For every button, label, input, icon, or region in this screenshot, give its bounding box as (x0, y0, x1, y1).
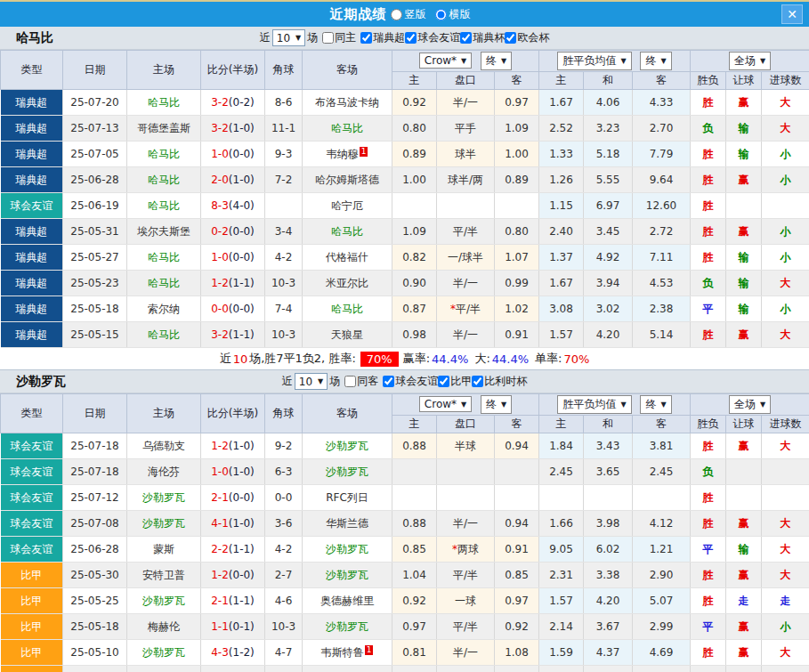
league-checkbox[interactable] (438, 376, 449, 387)
score-cell: 1-0(0-0) (201, 245, 265, 271)
away-odds-cell (495, 459, 539, 485)
mean-home-cell: 2.40 (539, 219, 584, 245)
mean-draw-cell: 4.20 (584, 588, 633, 614)
wdl-mean-dropdown[interactable]: 胜平负均值▼ (557, 395, 631, 414)
league-cell: 比甲 (1, 588, 63, 614)
full-match-dropdown[interactable]: 全场▼ (729, 395, 771, 414)
team-name-text: 沙勒罗瓦 (142, 595, 185, 607)
league-badge: 瑞典超 (1, 167, 63, 192)
league-cell: 瑞典超 (1, 219, 63, 245)
home-team: 乌德勒支 (127, 433, 201, 459)
home-team: 哈马比 (127, 167, 201, 193)
away-odds-cell: 1.02 (495, 296, 539, 322)
same-venue-checkbox[interactable] (344, 376, 356, 387)
match-count-select[interactable]: 10▼ (295, 373, 328, 390)
fullmatch-group-header: 全场▼ (691, 394, 809, 416)
odds-source-dropdown[interactable]: Crow*▼ (419, 396, 472, 412)
team-name-text: 哈马比 (148, 328, 180, 341)
league-filter[interactable]: 球会友谊 (405, 30, 460, 45)
score-cell: 1-2(1-0) (201, 433, 265, 459)
mean-draw-cell: 3.38 (584, 563, 633, 588)
result-cell: 平 (691, 537, 726, 563)
league-filter[interactable]: 比甲 (438, 374, 472, 389)
sub-col-result: 胜负 (691, 416, 726, 433)
home-odds-cell: 1.04 (392, 563, 437, 588)
corner-cell: 4-2 (265, 537, 303, 563)
league-badge: 球会友谊 (1, 459, 63, 484)
home-team: 哈马比 (127, 245, 201, 271)
handicap-result-cell: 赢 (726, 563, 762, 588)
away-odds-cell: 0.97 (495, 90, 539, 116)
mean-draw-cell: 6.02 (584, 537, 633, 563)
full-match-dropdown[interactable]: 全场▼ (729, 52, 771, 70)
league-checkbox[interactable] (405, 32, 417, 44)
away-team: RFC列日 (303, 485, 392, 511)
league-cell: 球会友谊 (1, 459, 63, 485)
team-name-text: 华斯兰德 (326, 517, 368, 530)
final-dropdown[interactable]: 终▼ (481, 52, 512, 70)
league-filter[interactable]: 球会友谊 (383, 374, 438, 389)
final-dropdown[interactable]: 终▼ (481, 395, 512, 414)
league-checkbox[interactable] (383, 376, 394, 387)
same-venue-filter[interactable]: 同客 (344, 374, 378, 389)
final-dropdown[interactable]: 终▼ (640, 52, 671, 70)
league-checkbox[interactable] (360, 32, 372, 44)
league-filter[interactable]: 比利时杯 (472, 374, 527, 389)
home-odds-cell: 0.87 (392, 296, 437, 322)
league-filter[interactable]: 欧会杯 (505, 30, 549, 45)
odds-source-dropdown[interactable]: Crow*▼ (419, 53, 472, 69)
layout-radio-option[interactable]: 竖版 (391, 7, 426, 22)
home-odds-cell: 0.98 (392, 322, 437, 348)
handicap-cell: 平/半 (437, 563, 495, 588)
radio-icon[interactable] (391, 9, 402, 20)
sub-col-home-odds: 主 (392, 416, 437, 433)
league-cell: 球会友谊 (1, 511, 63, 537)
mean-away-cell: 2.45 (633, 459, 691, 485)
team-name-text: 哈马比 (148, 199, 180, 212)
sub-col-handicap-result: 让球 (726, 72, 762, 90)
full-time-score: 0-2 (211, 225, 229, 238)
mean-home-cell: 1.67 (539, 90, 584, 116)
match-date: 25-07-13 (63, 116, 127, 142)
big-label: 大: (474, 351, 489, 367)
team-name-text: 哈马比 (331, 122, 363, 134)
home-odds-cell: 0.89 (392, 142, 437, 167)
corner-cell: 10-3 (265, 271, 303, 296)
team-name-text: 哈马比 (148, 96, 180, 109)
away-odds-cell: 1.00 (495, 142, 539, 167)
final-dropdown[interactable]: 终▼ (640, 395, 671, 414)
match-date: 25-06-28 (63, 537, 127, 563)
league-filter[interactable]: 瑞典超 (360, 30, 405, 45)
league-cell: 比甲 (1, 666, 63, 672)
league-checkbox[interactable] (505, 32, 516, 44)
match-row: 球会友谊25-07-12沙勒罗瓦2-1(0-0)0-0RFC列日胜 (1, 485, 809, 511)
goals-result-cell: 小 (762, 614, 809, 640)
mean-home-cell: 2.52 (539, 116, 584, 142)
league-checkbox[interactable] (472, 376, 483, 387)
radio-icon[interactable] (435, 9, 447, 20)
match-row: 瑞典超25-07-05哈马比1-0(0-0)9-3韦纳穆10.89球半1.001… (1, 142, 809, 167)
away-team: 奥德赫维里 (303, 588, 392, 614)
half-time-score: (1-2) (229, 646, 255, 659)
same-venue-filter[interactable]: 同主 (322, 30, 356, 45)
away-odds-cell (495, 193, 539, 219)
layout-radio-selected[interactable]: 横版 (435, 7, 471, 22)
same-venue-checkbox[interactable] (322, 32, 334, 44)
league-filter[interactable]: 瑞典杯 (460, 30, 505, 45)
away-team: 沙勒罗瓦 (303, 614, 392, 640)
home-team: 沙勒罗瓦 (127, 588, 201, 614)
match-row: 球会友谊25-07-18乌德勒支1-2(1-0)9-2沙勒罗瓦0.88半球0.9… (1, 433, 809, 459)
mean-draw-cell: 5.55 (584, 167, 633, 193)
team-name-text: 哈马比 (148, 174, 180, 186)
away-odds-cell: 0.85 (495, 563, 539, 588)
league-checkbox[interactable] (460, 32, 472, 44)
team-name-text: RFC列日 (326, 491, 368, 504)
wdl-mean-dropdown[interactable]: 胜平负均值▼ (557, 52, 631, 70)
corner-cell: 6-3 (265, 459, 303, 485)
mean-draw-cell: 6.97 (584, 193, 633, 219)
mean-home-cell: 2.45 (539, 459, 584, 485)
league-badge: 球会友谊 (1, 485, 63, 510)
close-button[interactable]: ✕ (781, 4, 803, 24)
match-count-select[interactable]: 10▼ (272, 29, 305, 46)
handicap-cell (437, 485, 495, 511)
